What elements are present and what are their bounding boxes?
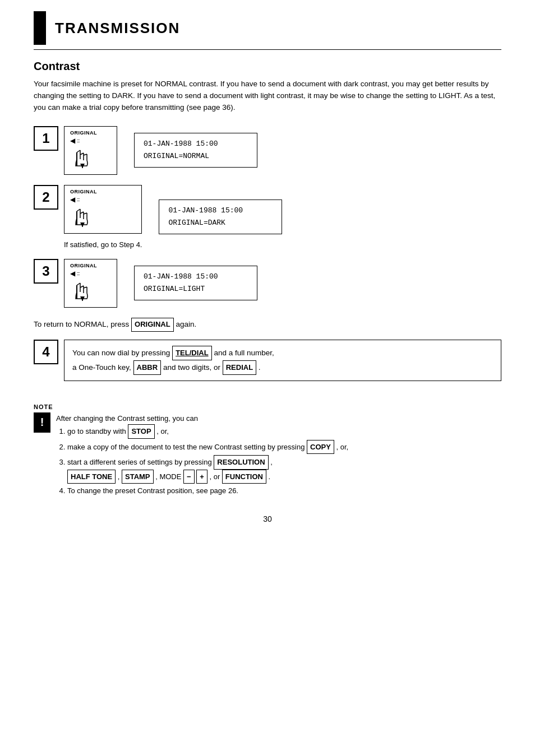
step-3-button-diagram: ORIGINAL ◀ ::: [64, 259, 117, 308]
step-2-row: 2 ORIGINAL ◀ ::: [34, 185, 501, 249]
section-title: Contrast [34, 60, 501, 73]
step-2-number: 2 [34, 185, 58, 210]
step-3-display: 01-JAN-1988 15:00 ORIGINAL=LIGHT [134, 266, 257, 300]
redial-button: REDIAL [223, 360, 256, 375]
hand-diagram-2 [72, 207, 95, 227]
note-section: NOTE ! After changing the Contrast setti… [34, 403, 501, 498]
page-number: 30 [34, 514, 501, 523]
svg-line-21 [80, 286, 84, 287]
note-item-3: start a different series of settings by … [67, 455, 348, 484]
step-4-content: You can now dial by pressing TEL/DIAL an… [64, 340, 501, 381]
note-item-4: To change the preset Contrast position, … [67, 485, 348, 497]
resolution-button: RESOLUTION [214, 455, 268, 469]
header-bar [34, 11, 46, 45]
note-icon: ! [34, 412, 50, 433]
step-3-row: 3 ORIGINAL ◀ ::: [34, 259, 501, 308]
step-1-btn-label: ORIGINAL [70, 130, 97, 136]
svg-line-14 [84, 213, 87, 214]
intro-paragraph: Your facsimile machine is preset for NOR… [34, 78, 501, 114]
step-2-button-diagram: ORIGINAL ◀ ::: [64, 185, 142, 234]
svg-line-10 [77, 209, 80, 211]
steps-container: 1 ORIGINAL ◀ ::: [34, 126, 501, 308]
step-2-btn-label: ORIGINAL [70, 189, 97, 194]
page-title: TRANSMISSION [55, 20, 180, 37]
step-1-dots: ::: [77, 138, 80, 143]
hand-diagram [72, 148, 95, 168]
normal-return-text: To return to NORMAL, press ORIGINAL agai… [34, 318, 501, 332]
page-header: TRANSMISSION [34, 11, 501, 45]
note-item-2: make a copy of the document to test the … [67, 440, 348, 454]
step-1-arrow-area: ◀ ::: [70, 137, 80, 145]
step-1-arrow: ◀ [70, 137, 75, 145]
step-3-arrow: ◀ [70, 270, 75, 277]
step-2-arrow: ◀ [70, 196, 75, 203]
step-1-display: 01-JAN-1988 15:00 ORIGINAL=NORMAL [134, 133, 257, 168]
svg-line-3 [80, 153, 84, 155]
svg-line-23 [84, 287, 87, 288]
step-3-arrow-area: ◀ ::: [70, 270, 80, 277]
step-2-content: ORIGINAL ◀ ::: [58, 185, 501, 249]
step-4-number: 4 [34, 340, 58, 364]
note-header: NOTE [34, 403, 501, 410]
half-tone-button: HALF TONE [67, 470, 116, 484]
original-button-inline: ORIGINAL [131, 318, 174, 332]
svg-line-19 [77, 283, 80, 285]
step-4-row: 4 You can now dial by pressing TEL/DIAL … [34, 340, 501, 381]
step-2-arrow-area: ◀ ::: [70, 196, 80, 203]
step-2-dots: ::: [77, 197, 80, 202]
step-2-note: If satisfied, go to Step 4. [64, 240, 142, 249]
step-3-number: 3 [34, 259, 58, 284]
step-1-number: 1 [34, 126, 58, 151]
function-button: FUNCTION [222, 470, 266, 484]
step-2-display: 01-JAN-1988 15:00 ORIGINAL=DARK [159, 200, 282, 234]
step-3-content: ORIGINAL ◀ ::: [58, 259, 501, 308]
step-3-btn-label: ORIGINAL [70, 263, 97, 268]
svg-line-1 [77, 150, 80, 152]
svg-line-5 [84, 154, 87, 155]
step-1-button-diagram: ORIGINAL ◀ ::: [64, 126, 117, 175]
copy-button: COPY [307, 440, 334, 454]
header-divider [34, 49, 501, 50]
hand-diagram-3 [72, 281, 95, 301]
note-item-1: go to standby with STOP , or, [67, 424, 348, 438]
mode-plus-button: + [196, 470, 207, 484]
stamp-button: STAMP [122, 470, 154, 484]
note-body: ! After changing the Contrast setting, y… [34, 412, 501, 498]
step-3-dots: ::: [77, 271, 80, 276]
note-text: After changing the Contrast setting, you… [56, 412, 348, 498]
step-1-row: 1 ORIGINAL ◀ ::: [34, 126, 501, 175]
stop-button: STOP [128, 424, 154, 438]
abbr-button: ABBR [133, 360, 162, 375]
svg-line-12 [80, 212, 84, 214]
tel-dial-button: TEL/DIAL [172, 346, 212, 360]
mode-minus-button: − [183, 470, 195, 484]
step-1-content: ORIGINAL ◀ ::: [58, 126, 501, 175]
